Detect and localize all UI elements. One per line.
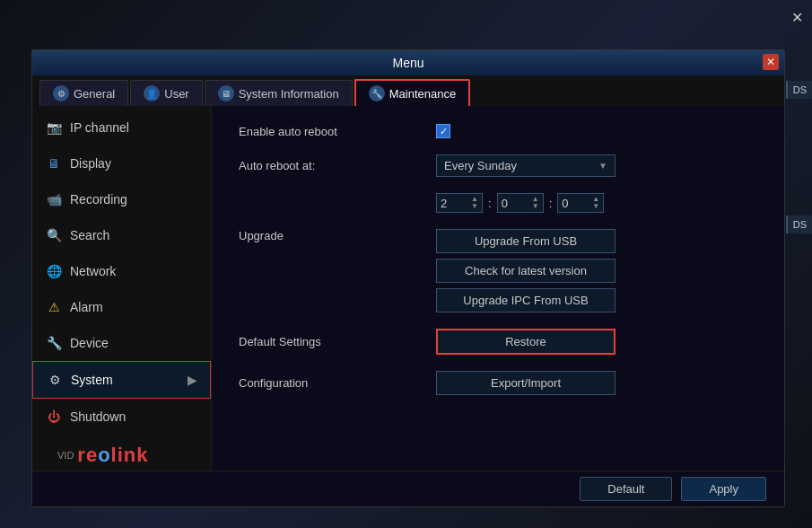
sidebar-item-system-label: System <box>71 373 113 387</box>
default-settings-label: Default Settings <box>239 335 418 348</box>
window-close-icon[interactable]: ✕ <box>791 9 803 26</box>
display-icon: 🖥 <box>45 154 63 172</box>
sidebar-item-recording-label: Recording <box>70 192 127 207</box>
sidebar-item-ipchannel-label: IP channel <box>70 120 129 135</box>
sec-spinner-buttons: ▲ ▼ <box>592 196 599 210</box>
main-panel: Enable auto reboot ✓ Auto reboot at: Eve… <box>212 106 784 497</box>
auto-reboot-control: ✓ <box>436 124 450 138</box>
auto-reboot-at-control: Every Sunday ▼ <box>436 154 616 177</box>
sidebar-item-search-label: Search <box>70 228 109 242</box>
tab-general[interactable]: ⚙ General <box>39 80 128 106</box>
device-icon: 🔧 <box>45 334 63 352</box>
tab-sysinfo[interactable]: 🖥 System Information <box>205 80 353 106</box>
tab-maintenance-label: Maintenance <box>389 87 456 101</box>
upgrade-from-usb-button[interactable]: Upgrade From USB <box>436 229 616 253</box>
upgrade-group: Upgrade From USB Check for latest versio… <box>436 229 616 312</box>
ipchannel-icon: 📷 <box>45 119 63 136</box>
sysinfo-tab-icon: 🖥 <box>218 85 234 101</box>
time-sec-spinner[interactable]: 0 ▲ ▼ <box>557 193 604 213</box>
sidebar-item-search[interactable]: 🔍 Search <box>32 217 211 253</box>
modal-close-button[interactable]: ✕ <box>763 54 779 70</box>
tab-sysinfo-label: System Information <box>239 87 339 101</box>
tab-user[interactable]: 👤 User <box>130 80 202 106</box>
time-row: 2 ▲ ▼ : 0 ▲ ▼ <box>239 193 757 213</box>
sidebar-item-network-label: Network <box>70 264 116 278</box>
main-modal: Menu ✕ ⚙ General 👤 User 🖥 System Informa… <box>31 49 785 507</box>
alarm-icon: ⚠ <box>45 298 63 316</box>
upgrade-label: Upgrade <box>239 229 418 242</box>
auto-reboot-label: Enable auto reboot <box>239 125 418 138</box>
recording-icon: 📹 <box>45 190 63 208</box>
schedule-select[interactable]: Every Sunday ▼ <box>436 154 616 177</box>
configuration-row: Configuration Export/Import <box>239 371 757 395</box>
system-icon: ⚙ <box>46 371 64 389</box>
content-area: 📷 IP channel 🖥 Display 📹 Recording 🔍 Sea… <box>32 106 784 497</box>
bottom-bar: Default Apply <box>32 471 784 506</box>
general-tab-icon: ⚙ <box>53 85 69 101</box>
sidebar-item-alarm[interactable]: ⚠ Alarm <box>32 289 211 325</box>
os-label-top: DS <box>786 81 812 99</box>
sec-down-icon[interactable]: ▼ <box>592 203 599 210</box>
sec-value: 0 <box>562 197 568 210</box>
auto-reboot-row: Enable auto reboot ✓ <box>239 124 757 138</box>
system-arrow-icon: ▶ <box>188 373 197 387</box>
schedule-value: Every Sunday <box>444 159 517 172</box>
tab-general-label: General <box>74 87 115 101</box>
check-latest-version-button[interactable]: Check for latest version <box>436 259 616 283</box>
hour-down-icon[interactable]: ▼ <box>471 203 478 210</box>
maintenance-tab-icon: 🔧 <box>369 85 385 101</box>
colon1: : <box>488 197 492 210</box>
schedule-dropdown-icon: ▼ <box>598 161 607 171</box>
hour-value: 2 <box>441 197 447 210</box>
colon2: : <box>549 197 553 210</box>
modal-title-bar: Menu ✕ <box>32 50 784 75</box>
time-hour-spinner[interactable]: 2 ▲ ▼ <box>436 193 483 213</box>
sidebar-item-recording[interactable]: 📹 Recording <box>32 181 211 217</box>
sidebar-item-system[interactable]: ⚙ System ▶ <box>32 361 211 399</box>
tab-bar: ⚙ General 👤 User 🖥 System Information 🔧 … <box>32 75 784 106</box>
sidebar-item-network[interactable]: 🌐 Network <box>32 253 211 289</box>
sidebar-item-display[interactable]: 🖥 Display <box>32 145 211 181</box>
auto-reboot-at-row: Auto reboot at: Every Sunday ▼ <box>239 154 757 177</box>
configuration-label: Configuration <box>239 376 418 390</box>
upgrade-ipc-button[interactable]: Upgrade IPC From USB <box>436 288 616 312</box>
sidebar-item-shutdown[interactable]: ⏻ Shutdown <box>32 399 211 435</box>
time-control: 2 ▲ ▼ : 0 ▲ ▼ <box>436 193 604 213</box>
default-button[interactable]: Default <box>580 477 672 501</box>
default-settings-row: Default Settings Restore <box>239 329 757 355</box>
sidebar-item-ipchannel[interactable]: 📷 IP channel <box>32 110 211 145</box>
auto-reboot-checkbox[interactable]: ✓ <box>436 124 450 138</box>
sidebar: 📷 IP channel 🖥 Display 📹 Recording 🔍 Sea… <box>32 106 212 497</box>
reolink-logo: reolink <box>77 444 148 467</box>
upgrade-row: Upgrade Upgrade From USB Check for lates… <box>239 229 757 312</box>
auto-reboot-at-label: Auto reboot at: <box>239 159 418 172</box>
sidebar-item-device[interactable]: 🔧 Device <box>32 325 211 361</box>
tab-maintenance[interactable]: 🔧 Maintenance <box>354 79 470 106</box>
hour-spinner-buttons: ▲ ▼ <box>471 196 478 210</box>
restore-button[interactable]: Restore <box>436 329 616 355</box>
min-down-icon[interactable]: ▼ <box>532 203 539 210</box>
min-value: 0 <box>502 197 508 210</box>
tab-user-label: User <box>164 87 188 101</box>
modal-title: Menu <box>392 56 423 70</box>
os-label-mid: DS <box>786 216 812 233</box>
sidebar-item-display-label: Display <box>70 156 111 171</box>
apply-button[interactable]: Apply <box>681 477 766 501</box>
sidebar-item-shutdown-label: Shutdown <box>70 409 126 424</box>
desktop: ✕ DS DS Menu ✕ ⚙ General 👤 User 🖥 System… <box>0 0 812 528</box>
min-spinner-buttons: ▲ ▼ <box>532 196 539 210</box>
search-icon: 🔍 <box>45 226 63 244</box>
sidebar-item-alarm-label: Alarm <box>70 300 103 314</box>
network-icon: 🌐 <box>45 262 63 280</box>
sidebar-item-device-label: Device <box>70 336 109 350</box>
time-min-spinner[interactable]: 0 ▲ ▼ <box>497 193 544 213</box>
shutdown-icon: ⏻ <box>45 408 63 426</box>
user-tab-icon: 👤 <box>144 85 160 101</box>
export-import-button[interactable]: Export/Import <box>436 371 616 395</box>
vid-label: VID <box>57 450 74 461</box>
